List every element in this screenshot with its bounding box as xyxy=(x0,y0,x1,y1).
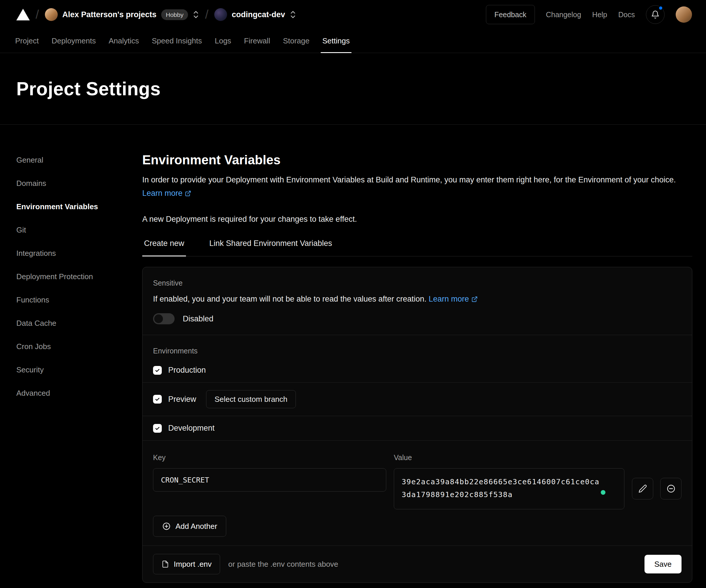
project-name: codingcat-dev xyxy=(232,10,285,19)
topbar-actions: Feedback Changelog Help Docs xyxy=(486,5,692,24)
sensitive-section: Sensitive If enabled, you and your team … xyxy=(143,267,692,335)
select-custom-branch-button[interactable]: Select custom branch xyxy=(206,390,296,408)
nav-tab-firewall[interactable]: Firewall xyxy=(238,29,277,53)
add-another-button[interactable]: Add Another xyxy=(153,516,226,537)
save-button[interactable]: Save xyxy=(644,555,681,574)
nav-tab-analytics[interactable]: Analytics xyxy=(102,29,146,53)
sidebar-item-cron-jobs[interactable]: Cron Jobs xyxy=(16,341,142,351)
card-footer: Import .env or paste the .env contents a… xyxy=(143,545,692,583)
create-env-var-card: Sensitive If enabled, you and your team … xyxy=(142,267,692,583)
file-icon xyxy=(161,560,169,569)
remove-row-button[interactable] xyxy=(660,478,681,499)
add-another-label: Add Another xyxy=(175,522,217,531)
external-link-icon xyxy=(471,294,478,306)
nav-tab-settings[interactable]: Settings xyxy=(316,29,356,53)
key-column: Key xyxy=(153,453,386,509)
content: General Domains Environment Variables Gi… xyxy=(0,125,706,583)
help-link[interactable]: Help xyxy=(592,10,607,19)
team-name: Alex Patterson's projects xyxy=(63,10,157,19)
env-row-development: Development xyxy=(143,416,692,440)
checkbox-preview[interactable] xyxy=(153,395,162,404)
edit-value-button[interactable] xyxy=(632,478,653,499)
import-env-label: Import .env xyxy=(174,560,211,569)
nav-tab-speed-insights[interactable]: Speed Insights xyxy=(146,29,208,53)
toggle-knob xyxy=(154,314,163,323)
sensitive-learn-more-label: Learn more xyxy=(429,295,469,303)
breadcrumb: / Alex Patterson's projects Hobby / codi… xyxy=(16,8,296,22)
env-name-preview: Preview xyxy=(168,395,196,404)
section-description: In order to provide your Deployment with… xyxy=(142,173,692,201)
env-row-preview: Preview Select custom branch xyxy=(143,383,692,416)
sensitive-learn-more-link[interactable]: Learn more xyxy=(429,295,478,303)
check-icon xyxy=(155,396,160,402)
learn-more-link[interactable]: Learn more xyxy=(142,189,191,198)
key-value-section: Key Value 39e2aca39a84bb22e86665e3ce6146… xyxy=(143,440,692,545)
sidebar-item-advanced[interactable]: Advanced xyxy=(16,388,142,398)
changelog-link[interactable]: Changelog xyxy=(546,10,581,19)
sidebar-item-general[interactable]: General xyxy=(16,155,142,165)
value-input[interactable]: 39e2aca39a84bb22e86665e3ce6146007c61ce0c… xyxy=(394,468,624,509)
nav-tab-project[interactable]: Project xyxy=(9,29,45,53)
sidebar-item-deployment-protection[interactable]: Deployment Protection xyxy=(16,271,142,282)
chevron-updown-icon[interactable] xyxy=(193,10,199,19)
team-avatar xyxy=(45,8,58,21)
env-name-development: Development xyxy=(168,424,214,433)
row-actions xyxy=(632,478,681,509)
paste-hint: or paste the .env contents above xyxy=(228,560,338,569)
pencil-icon xyxy=(638,484,647,493)
sensitive-toggle-row: Disabled xyxy=(153,313,681,324)
environment-variables-panel: Environment Variables In order to provid… xyxy=(142,154,692,583)
sidebar-item-git[interactable]: Git xyxy=(16,225,142,235)
sidebar-item-environment-variables[interactable]: Environment Variables xyxy=(16,202,142,212)
key-value-grid: Key Value 39e2aca39a84bb22e86665e3ce6146… xyxy=(153,453,681,509)
main-nav: Project Deployments Analytics Speed Insi… xyxy=(0,29,706,53)
breadcrumb-slash: / xyxy=(36,8,39,22)
checkbox-production[interactable] xyxy=(153,366,162,375)
settings-sidebar: General Domains Environment Variables Gi… xyxy=(16,154,142,411)
import-env-button[interactable]: Import .env xyxy=(153,554,220,574)
nav-tab-deployments[interactable]: Deployments xyxy=(45,29,102,53)
learn-more-label: Learn more xyxy=(142,189,183,198)
minus-circle-icon xyxy=(666,484,676,493)
docs-link[interactable]: Docs xyxy=(618,10,635,19)
chevron-updown-icon[interactable] xyxy=(290,10,296,19)
presence-dot xyxy=(601,490,605,495)
check-icon xyxy=(155,426,160,431)
description-text: In order to provide your Deployment with… xyxy=(142,175,676,184)
tab-create-new[interactable]: Create new xyxy=(142,239,186,256)
sidebar-item-domains[interactable]: Domains xyxy=(16,178,142,188)
sensitive-description: If enabled, you and your team will not b… xyxy=(153,293,681,306)
key-label: Key xyxy=(153,453,386,462)
title-section: Project Settings xyxy=(0,53,706,125)
check-icon xyxy=(155,368,160,373)
project-switcher[interactable]: codingcat-dev xyxy=(214,8,296,21)
plus-circle-icon xyxy=(162,522,171,531)
external-link-icon xyxy=(185,187,191,201)
key-input[interactable] xyxy=(153,468,386,492)
sidebar-item-data-cache[interactable]: Data Cache xyxy=(16,318,142,328)
topbar: / Alex Patterson's projects Hobby / codi… xyxy=(0,0,706,29)
sensitive-toggle[interactable] xyxy=(153,313,174,324)
sidebar-item-functions[interactable]: Functions xyxy=(16,295,142,305)
deployment-note: A new Deployment is required for your ch… xyxy=(142,215,692,224)
sidebar-item-security[interactable]: Security xyxy=(16,365,142,375)
sensitive-label: Sensitive xyxy=(153,279,681,287)
breadcrumb-slash: / xyxy=(205,8,208,22)
user-avatar[interactable] xyxy=(676,6,692,23)
value-column: Value 39e2aca39a84bb22e86665e3ce6146007c… xyxy=(394,453,624,509)
tab-link-shared[interactable]: Link Shared Environment Variables xyxy=(207,239,334,256)
feedback-button[interactable]: Feedback xyxy=(486,5,535,24)
page-title: Project Settings xyxy=(16,78,161,100)
checkbox-development[interactable] xyxy=(153,424,162,433)
environments-section: Environments Production Preview Select c… xyxy=(143,335,692,440)
nav-tab-logs[interactable]: Logs xyxy=(208,29,238,53)
sensitive-toggle-state: Disabled xyxy=(183,314,213,324)
notifications-button[interactable] xyxy=(646,5,665,24)
vercel-logo-icon[interactable] xyxy=(16,9,30,20)
value-label: Value xyxy=(394,453,624,462)
env-name-production: Production xyxy=(168,366,206,375)
nav-tab-storage[interactable]: Storage xyxy=(277,29,316,53)
section-heading: Environment Variables xyxy=(142,153,692,167)
sidebar-item-integrations[interactable]: Integrations xyxy=(16,248,142,258)
team-switcher[interactable]: Alex Patterson's projects Hobby xyxy=(45,8,199,21)
